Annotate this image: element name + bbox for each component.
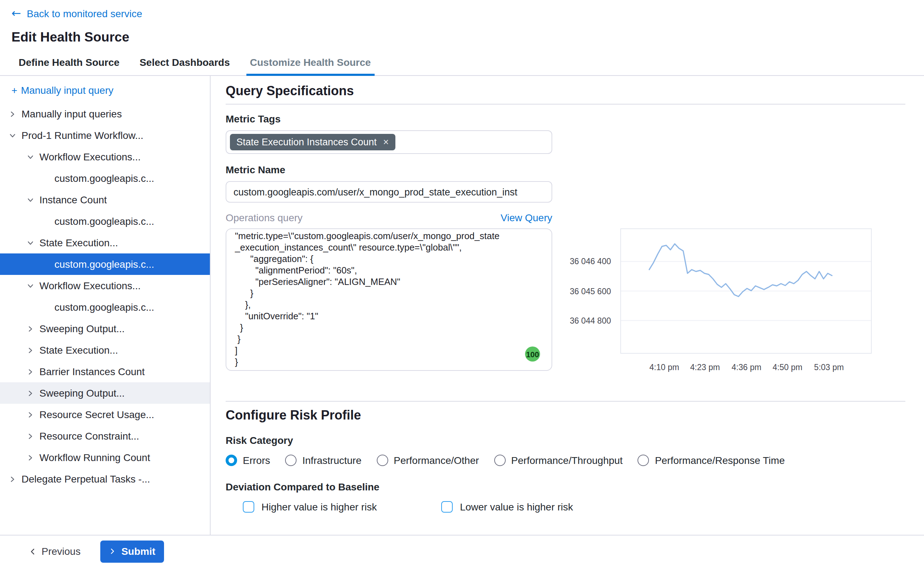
previous-button-label: Previous xyxy=(42,546,81,557)
query-tree-sidebar: + Manually input query Manually input qu… xyxy=(0,76,210,535)
tree-item-custom-googleapis-c[interactable]: custom.googleapis.c... xyxy=(0,168,210,189)
tab-bar: Define Health SourceSelect DashboardsCus… xyxy=(0,49,924,76)
tree-item-custom-googleapis-c[interactable]: custom.googleapis.c... xyxy=(0,254,210,275)
metric-tag-label: State Execution Instances Count xyxy=(236,137,377,147)
chevron-right-icon[interactable] xyxy=(9,475,17,483)
chevron-right-icon[interactable] xyxy=(27,368,35,375)
tree-item-prod-1-runtime-workflow[interactable]: Prod-1 Runtime Workflow... xyxy=(0,124,210,146)
divider xyxy=(225,104,905,105)
tree-item-label: Workflow Running Count xyxy=(39,452,150,463)
checkbox-icon xyxy=(243,501,254,513)
radio-icon xyxy=(225,454,237,466)
tab-label: Customize Health Source xyxy=(250,56,371,68)
risk-category-radio-errors[interactable]: Errors xyxy=(225,454,270,466)
tree-item-label: Prod-1 Runtime Workflow... xyxy=(21,130,143,141)
tree-item-label: custom.googleapis.c... xyxy=(54,216,154,227)
tab-label: Define Health Source xyxy=(19,56,120,68)
chevron-right-icon[interactable] xyxy=(27,432,35,440)
tree-item-label: Resource Constraint... xyxy=(39,430,139,442)
radio-label: Infrastructure xyxy=(302,454,361,466)
checkbox-label: Lower value is higher risk xyxy=(460,501,573,513)
metric-tags-input[interactable]: State Execution Instances Count × xyxy=(225,130,552,154)
tree-item-workflow-executions[interactable]: Workflow Executions... xyxy=(0,275,210,296)
deviation-checkbox-group: Higher value is higher riskLower value i… xyxy=(243,500,905,513)
chevron-right-icon[interactable] xyxy=(27,453,35,461)
records-count-badge: 100 xyxy=(525,346,540,362)
page-title: Edit Health Source xyxy=(12,29,924,45)
tree-item-workflow-running-count[interactable]: Workflow Running Count xyxy=(0,447,210,468)
tree-item-delegate-perpetual-tasks[interactable]: Delegate Perpetual Tasks -... xyxy=(0,468,210,490)
chart-x-axis: 4:10 pm4:23 pm4:36 pm4:50 pm5:03 pm xyxy=(620,363,872,373)
metric-tag-chip: State Execution Instances Count × xyxy=(230,134,395,150)
tab-label: Select Dashboards xyxy=(140,56,230,68)
chevron-down-icon[interactable] xyxy=(27,239,35,247)
tree-item-label: Workflow Executions... xyxy=(39,280,141,291)
tree-item-state-execution[interactable]: State Execution... xyxy=(0,232,210,254)
main-panel: Query Specifications Metric Tags State E… xyxy=(210,76,924,535)
tree-item-resource-secret-usage[interactable]: Resource Secret Usage... xyxy=(0,404,210,425)
plus-icon: + xyxy=(12,84,17,96)
risk-category-radio-performance-throughput[interactable]: Performance/Throughput xyxy=(494,454,622,466)
chart-plot-area xyxy=(620,228,872,354)
tree-item-sweeping-output[interactable]: Sweeping Output... xyxy=(0,382,210,404)
view-query-link[interactable]: View Query xyxy=(501,212,552,223)
x-axis-tick-label: 4:36 pm xyxy=(732,363,762,372)
deviation-label: Deviation Compared to Baseline xyxy=(225,481,905,493)
radio-icon xyxy=(376,454,388,466)
query-tree: Manually input queriesProd-1 Runtime Wor… xyxy=(0,103,210,490)
tree-item-instance-count[interactable]: Instance Count xyxy=(0,189,210,210)
chevron-right-icon[interactable] xyxy=(27,346,35,354)
tree-item-barrier-instances-count[interactable]: Barrier Instances Count xyxy=(0,361,210,382)
radio-label: Performance/Throughput xyxy=(511,454,622,466)
metric-name-input[interactable] xyxy=(225,181,552,202)
deviation-checkbox-higher-value-is-higher-risk[interactable]: Higher value is higher risk xyxy=(243,501,377,513)
tree-item-state-execution[interactable]: State Execution... xyxy=(0,339,210,361)
chevron-down-icon[interactable] xyxy=(27,196,35,204)
content-area: + Manually input query Manually input qu… xyxy=(0,76,924,535)
tree-item-label: Manually input queries xyxy=(21,108,122,120)
x-axis-tick-label: 5:03 pm xyxy=(814,363,844,372)
operations-query-editor[interactable]: "filter": "metric.type=\"custom.googleap… xyxy=(225,228,552,371)
chevron-right-icon[interactable] xyxy=(27,389,35,397)
chevron-down-icon[interactable] xyxy=(9,131,17,139)
risk-category-radio-infrastructure[interactable]: Infrastructure xyxy=(285,454,361,466)
tree-item-label: Resource Secret Usage... xyxy=(39,409,154,420)
risk-category-radio-performance-response-time[interactable]: Performance/Response Time xyxy=(638,454,785,466)
configure-risk-profile-title: Configure Risk Profile xyxy=(225,407,905,423)
tree-item-manually-input-queries[interactable]: Manually input queries xyxy=(0,103,210,124)
chevron-right-icon[interactable] xyxy=(9,110,17,118)
tab-customize-health-source[interactable]: Customize Health Source xyxy=(249,49,373,75)
chevron-right-icon[interactable] xyxy=(27,411,35,418)
risk-category-radio-performance-other[interactable]: Performance/Other xyxy=(376,454,479,466)
chevron-down-icon[interactable] xyxy=(27,153,35,161)
tree-item-workflow-executions[interactable]: Workflow Executions... xyxy=(0,146,210,168)
operations-query-text: "filter": "metric.type=\"custom.googleap… xyxy=(235,228,543,368)
chevron-right-icon[interactable] xyxy=(27,325,35,333)
back-link[interactable]: ← Back to monitored service xyxy=(12,8,142,20)
radio-label: Performance/Other xyxy=(394,454,479,466)
divider xyxy=(225,401,905,402)
tree-item-sweeping-output[interactable]: Sweeping Output... xyxy=(0,318,210,339)
tree-item-resource-constraint[interactable]: Resource Constraint... xyxy=(0,425,210,447)
radio-icon xyxy=(638,454,649,466)
chevron-down-icon[interactable] xyxy=(27,282,35,290)
tree-item-label: custom.googleapis.c... xyxy=(54,172,154,184)
remove-tag-icon[interactable]: × xyxy=(383,137,389,147)
tab-define-health-source[interactable]: Define Health Source xyxy=(17,49,121,75)
page-header: ← Back to monitored service Edit Health … xyxy=(0,0,924,45)
manually-input-query-link[interactable]: + Manually input query xyxy=(0,83,210,98)
submit-button-label: Submit xyxy=(122,546,155,557)
tree-item-label: State Execution... xyxy=(39,237,118,248)
radio-label: Errors xyxy=(243,454,270,466)
tab-select-dashboards[interactable]: Select Dashboards xyxy=(138,49,231,75)
checkbox-label: Higher value is higher risk xyxy=(261,501,377,513)
previous-button[interactable]: Previous xyxy=(29,546,81,557)
tree-item-custom-googleapis-c[interactable]: custom.googleapis.c... xyxy=(0,296,210,318)
tree-item-custom-googleapis-c[interactable]: custom.googleapis.c... xyxy=(0,210,210,232)
operations-query-label: Operations query xyxy=(225,212,303,223)
y-axis-tick-label: 36 046 400 xyxy=(570,257,611,266)
deviation-checkbox-lower-value-is-higher-risk[interactable]: Lower value is higher risk xyxy=(441,501,573,513)
submit-button[interactable]: Submit xyxy=(101,540,164,562)
back-link-label: Back to monitored service xyxy=(27,8,142,20)
risk-category-radio-group: ErrorsInfrastructurePerformance/OtherPer… xyxy=(225,454,905,467)
